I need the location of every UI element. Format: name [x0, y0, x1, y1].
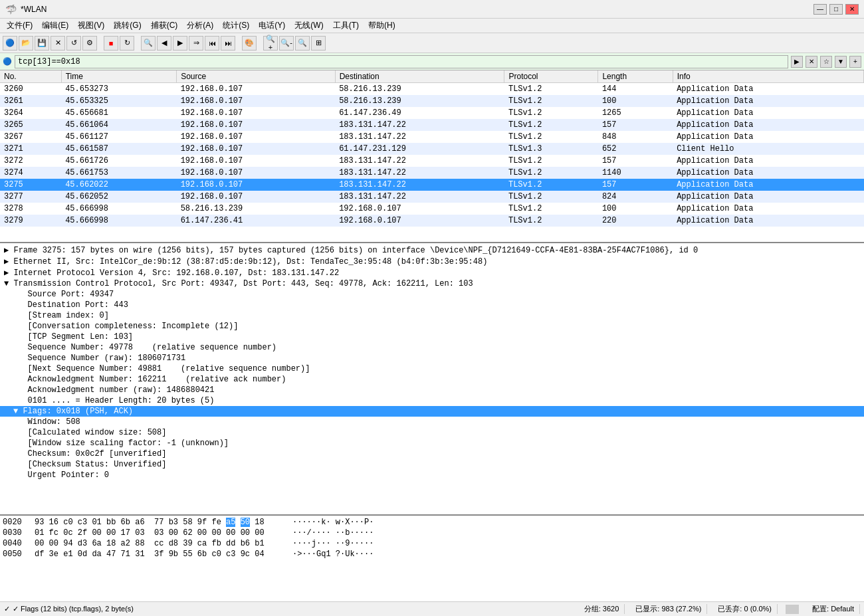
table-row[interactable]: 3271 45.661587 192.168.0.107 61.147.231.…: [0, 143, 864, 155]
reload-button[interactable]: ↺: [66, 36, 81, 51]
detail-line[interactable]: Urgent Pointer: 0: [0, 470, 864, 480]
detail-line[interactable]: Sequence Number: 49778 (relative sequenc…: [0, 342, 864, 353]
filter-apply-button[interactable]: ▶: [791, 56, 803, 68]
menu-analyze[interactable]: 分析(A): [183, 19, 217, 33]
first-packet-button[interactable]: ⏮: [205, 36, 219, 51]
close-button2[interactable]: ✕: [51, 36, 65, 51]
open-button[interactable]: 📂: [19, 36, 33, 51]
filter-input[interactable]: [15, 55, 788, 68]
packet-list[interactable]: No. Time Source Destination Protocol Len…: [0, 70, 864, 243]
capture-options-button[interactable]: ⚙: [82, 36, 97, 51]
stop-button[interactable]: ■: [104, 36, 118, 51]
table-row[interactable]: 3267 45.661127 192.168.0.107 183.131.147…: [0, 131, 864, 143]
packet-tbody[interactable]: 3260 45.653273 192.168.0.107 58.216.13.2…: [0, 83, 864, 227]
app-icon: 🦈: [5, 4, 17, 15]
detail-line[interactable]: ▼ Transmission Control Protocol, Src Por…: [0, 278, 864, 289]
table-row[interactable]: 3265 45.661064 192.168.0.107 183.131.147…: [0, 119, 864, 131]
col-destination[interactable]: Destination: [335, 70, 504, 83]
go-to-packet-button[interactable]: ⇒: [189, 36, 203, 51]
hex-offset: 0020: [3, 518, 29, 527]
filter-save-button[interactable]: ☆: [820, 56, 832, 68]
table-row[interactable]: 3261 45.653325 192.168.0.107 58.216.13.2…: [0, 95, 864, 107]
cell-no: 3278: [0, 203, 61, 215]
menu-tools[interactable]: 工具(T): [329, 19, 363, 33]
menu-wireless[interactable]: 无线(W): [290, 19, 327, 33]
save-button[interactable]: 💾: [35, 36, 49, 51]
col-time[interactable]: Time: [61, 70, 176, 83]
menu-view[interactable]: 视图(V): [74, 19, 108, 33]
detail-line[interactable]: [Conversation completeness: Incomplete (…: [0, 321, 864, 332]
detail-line[interactable]: Window: 508: [0, 417, 864, 427]
table-row[interactable]: 3279 45.666998 61.147.236.41 192.168.0.1…: [0, 215, 864, 227]
cell-protocol: TLSv1.2: [504, 215, 598, 227]
menu-capture[interactable]: 捕获(C): [147, 19, 182, 33]
cell-no: 3271: [0, 143, 61, 155]
detail-line[interactable]: [Window size scaling factor: -1 (unknown…: [0, 438, 864, 449]
zoom-in-button[interactable]: 🔍+: [263, 36, 278, 51]
titlebar-controls[interactable]: — □ ✕: [813, 4, 859, 15]
detail-line[interactable]: [TCP Segment Len: 103]: [0, 332, 864, 342]
color-rules-button[interactable]: 🎨: [242, 36, 257, 51]
forward-button[interactable]: ▶: [173, 36, 187, 51]
packet-detail[interactable]: ▶ Frame 3275: 157 bytes on wire (1256 bi…: [0, 243, 864, 516]
find-packet-button[interactable]: 🔍: [141, 36, 156, 51]
filter-add-button[interactable]: +: [849, 56, 861, 68]
minimize-button[interactable]: —: [813, 4, 827, 15]
col-protocol[interactable]: Protocol: [504, 70, 598, 83]
hex-ascii: ·>···Gq1 ?·Uk····: [292, 550, 374, 559]
detail-line[interactable]: ▶ Ethernet II, Src: IntelCor_de:9b:12 (3…: [0, 256, 864, 267]
filter-dropdown-button[interactable]: ▼: [835, 56, 847, 68]
detail-line[interactable]: [Checksum Status: Unverified]: [0, 459, 864, 470]
table-row[interactable]: 3277 45.662052 192.168.0.107 183.131.147…: [0, 191, 864, 203]
resize-columns-button[interactable]: ⊞: [311, 36, 326, 51]
table-row[interactable]: 3264 45.656681 192.168.0.107 61.147.236.…: [0, 107, 864, 119]
cell-info: Application Data: [673, 203, 863, 215]
detail-line[interactable]: [Stream index: 0]: [0, 310, 864, 321]
menu-edit[interactable]: 编辑(E): [38, 19, 72, 33]
col-no[interactable]: No.: [0, 70, 61, 83]
new-capture-button[interactable]: 🔵: [3, 36, 17, 51]
cell-source: 192.168.0.107: [177, 179, 336, 191]
menu-file[interactable]: 文件(F): [3, 19, 37, 33]
detail-line[interactable]: Destination Port: 443: [0, 300, 864, 310]
cell-info: Application Data: [673, 131, 863, 143]
detail-line[interactable]: ▶ Internet Protocol Version 4, Src: 192.…: [0, 267, 864, 278]
table-row[interactable]: 3278 45.666998 58.216.13.239 192.168.0.1…: [0, 203, 864, 215]
table-row[interactable]: 3272 45.661726 192.168.0.107 183.131.147…: [0, 155, 864, 167]
detail-line[interactable]: Acknowledgment number (raw): 1486880421: [0, 385, 864, 395]
zoom-normal-button[interactable]: 🔍: [295, 36, 310, 51]
menu-go[interactable]: 跳转(G): [110, 19, 145, 33]
last-packet-button[interactable]: ⏭: [221, 36, 235, 51]
table-row[interactable]: 3260 45.653273 192.168.0.107 58.216.13.2…: [0, 83, 864, 95]
close-button[interactable]: ✕: [845, 4, 859, 15]
filter-clear-button[interactable]: ✕: [806, 56, 817, 68]
hex-ascii: ···/···· ··b·····: [292, 528, 374, 538]
zoom-out-button[interactable]: 🔍-: [279, 36, 294, 51]
restart-button[interactable]: ↻: [120, 36, 134, 51]
detail-line[interactable]: [Next Sequence Number: 49881 (relative s…: [0, 363, 864, 374]
table-row[interactable]: 3274 45.661753 192.168.0.107 183.131.147…: [0, 167, 864, 179]
maximize-button[interactable]: □: [829, 4, 843, 15]
menu-help[interactable]: 帮助(H): [364, 19, 399, 33]
cell-source: 58.216.13.239: [177, 203, 336, 215]
col-length[interactable]: Length: [598, 70, 673, 83]
menu-telephony[interactable]: 电话(Y): [255, 19, 289, 33]
detail-line[interactable]: ▶ Frame 3275: 157 bytes on wire (1256 bi…: [0, 245, 864, 256]
hex-dump[interactable]: 002093 16 c0 c3 01 bb 6b a6 77 b3 58 9f …: [0, 516, 864, 601]
detail-line[interactable]: Source Port: 49347: [0, 289, 864, 300]
detail-line[interactable]: Checksum: 0x0c2f [unverified]: [0, 449, 864, 459]
col-source[interactable]: Source: [177, 70, 336, 83]
col-info[interactable]: Info: [673, 70, 863, 83]
detail-line[interactable]: ▼ Flags: 0x018 (PSH, ACK): [0, 406, 864, 417]
table-row[interactable]: 3275 45.662022 192.168.0.107 183.131.147…: [0, 179, 864, 191]
cell-protocol: TLSv1.2: [504, 191, 598, 203]
cell-protocol: TLSv1.2: [504, 119, 598, 131]
menu-statistics[interactable]: 统计(S): [219, 19, 253, 33]
detail-line[interactable]: Acknowledgment Number: 162211 (relative …: [0, 374, 864, 385]
hex-ascii: ······k· w·X···P·: [292, 518, 374, 527]
detail-line[interactable]: [Calculated window size: 508]: [0, 427, 864, 438]
detail-line[interactable]: 0101 .... = Header Length: 20 bytes (5): [0, 395, 864, 406]
detail-line[interactable]: Sequence Number (raw): 1806071731: [0, 353, 864, 363]
cell-no: 3261: [0, 95, 61, 107]
back-button[interactable]: ◀: [157, 36, 171, 51]
